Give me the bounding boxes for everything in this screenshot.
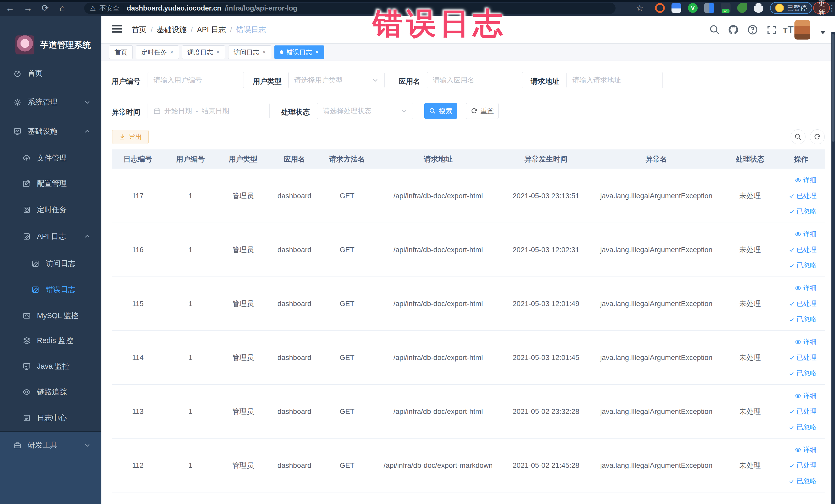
sidebar-item-redis-monitor[interactable]: Redis 监控 [0,329,101,352]
github-icon[interactable] [728,24,739,36]
toolbox-icon [13,441,22,449]
table-row: 1161管理员dashboardGET/api/infra/db-doc/exp… [112,223,825,277]
mark-processed-link[interactable]: 已处理 [789,407,816,416]
tab-error-log[interactable]: 错误日志× [274,45,324,59]
sidebar-item-scheduled-tasks[interactable]: 定时任务 [0,198,101,222]
back-icon[interactable]: ← [6,4,14,12]
close-icon[interactable]: × [170,48,174,56]
sidebar-item-api-log[interactable]: API 日志 [0,225,101,248]
user-type-select[interactable]: 请选择用户类型 [288,72,385,88]
forward-icon[interactable]: → [24,4,32,12]
search-button[interactable]: 搜索 [424,103,457,119]
scrollbar-thumb[interactable] [832,34,834,142]
sidebar-item-access-log[interactable]: 访问日志 [0,252,101,276]
page-scrollbar[interactable] [831,32,835,504]
tab-scheduled-tasks[interactable]: 定时任务× [136,45,179,59]
sidebar-item-log-center[interactable]: 日志中心 [0,406,101,430]
search-icon[interactable] [709,24,720,35]
address-bar[interactable]: ⚠ 不安全 dashboard.yudao.iocoder.cn/infra/l… [84,3,615,14]
detail-link[interactable]: 详细 [795,283,816,293]
app-header: 首页 / 基础设施 / API 日志 / 错误日志 ᴛT [101,16,835,44]
infrastructure-icon [13,127,22,136]
breadcrumb-home[interactable]: 首页 [132,25,147,35]
app-logo[interactable]: 芋道管理系统 [15,36,91,55]
extension-leaf-icon[interactable] [737,3,747,13]
mark-processed-link[interactable]: 已处理 [789,299,816,308]
sidebar-item-mysql-monitor[interactable]: MySQL 监控 [0,304,101,328]
refresh-table-button[interactable] [810,129,825,144]
user-id-input[interactable] [148,72,244,88]
app-name-label: 应用名 [399,77,420,86]
emoji-avatar-icon [775,4,784,12]
browser-toolbar: ← → ⟳ ⌂ ⚠ 不安全 dashboard.yudao.iocoder.cn… [0,0,835,16]
sidebar-item-file-management[interactable]: 文件管理 [0,146,101,170]
extension-v-icon[interactable]: V [688,3,698,13]
detail-link[interactable]: 详细 [795,391,816,400]
bookmark-star-icon[interactable]: ☆ [636,4,644,12]
mark-ignored-link[interactable]: 已忽略 [789,423,816,431]
detail-link[interactable]: 详细 [795,176,816,185]
tab-home[interactable]: 首页 [109,45,133,59]
breadcrumb-infrastructure[interactable]: 基础设施 [157,25,187,35]
sidebar-item-config-management[interactable]: 配置管理 [0,172,101,195]
date-separator: - [196,107,198,115]
tab-access-log[interactable]: 访问日志× [228,45,271,59]
extension-adblock-icon[interactable] [655,3,665,13]
eye-icon [795,177,801,183]
mark-ignored-link[interactable]: 已忽略 [789,207,816,216]
detail-link[interactable]: 详细 [795,445,816,454]
table-row: 1131管理员dashboardGET/api/infra/db-doc/exp… [112,385,825,439]
reload-icon[interactable]: ⟳ [42,4,49,12]
exception-time-range-picker[interactable]: 开始日期 - 结束日期 [148,103,269,119]
request-url-input[interactable] [567,72,663,88]
status-badge: 未处理 [723,353,777,363]
mark-ignored-link[interactable]: 已忽略 [789,369,816,378]
sidebar-item-trace[interactable]: 链路追踪 [0,380,101,404]
mark-processed-link[interactable]: 已处理 [789,245,816,254]
update-button[interactable]: 更新 ⋮ [813,2,830,14]
sidebar-item-devtools[interactable]: 研发工具 [0,434,101,457]
close-icon[interactable]: × [262,48,266,56]
sidebar-item-error-log[interactable]: 错误日志 [0,278,101,301]
redis-icon [23,337,31,345]
browser-menu-icon[interactable]: ⋮ [828,4,835,13]
close-icon[interactable]: × [315,48,319,56]
mark-processed-link[interactable]: 已处理 [789,353,816,362]
tab-schedule-log[interactable]: 调度日志× [182,45,225,59]
help-icon[interactable] [747,24,758,36]
detail-link[interactable]: 详细 [795,229,816,239]
sidebar-item-home[interactable]: 首页 [0,62,101,85]
extension-grid-icon[interactable] [704,3,714,13]
paused-profile-chip[interactable]: 已暂停 [770,2,812,14]
breadcrumb-api-log[interactable]: API 日志 [197,25,226,35]
process-status-select[interactable]: 请选择处理状态 [317,103,413,119]
sidebar-toggle-icon[interactable] [111,25,122,33]
avatar[interactable] [794,20,810,40]
mark-processed-link[interactable]: 已处理 [789,461,816,470]
extension-switch-icon[interactable]: on [721,3,731,13]
close-icon[interactable]: × [216,48,220,56]
sidebar-item-infrastructure[interactable]: 基础设施 [0,120,101,143]
reset-button[interactable]: 重置 [466,103,499,119]
status-badge: 未处理 [723,191,777,201]
table-row: 1121管理员dashboardGET/api/infra/db-doc/exp… [112,439,825,492]
search-visibility-button[interactable] [791,129,806,144]
avatar-caret-icon[interactable] [820,31,826,34]
detail-link[interactable]: 详细 [795,337,816,346]
mark-processed-link[interactable]: 已处理 [789,191,816,200]
mark-ignored-link[interactable]: 已忽略 [789,315,816,324]
mark-ignored-link[interactable]: 已忽略 [789,477,816,485]
home-icon[interactable]: ⌂ [60,4,65,12]
export-button[interactable]: 导出 [112,130,149,144]
sidebar-item-java-monitor[interactable]: Java 监控 [0,355,101,378]
app-name-input[interactable] [427,72,523,88]
font-size-icon[interactable]: ᴛT [783,24,794,35]
fullscreen-icon[interactable] [766,24,777,35]
chevron-down-icon [372,77,379,83]
table-header-row: 日志编号用户编号用户类型应用名请求方法名请求地址异常发生时间异常名处理状态操作 [112,149,825,169]
extensions-puzzle-icon[interactable] [754,3,763,13]
sidebar-item-system[interactable]: 系统管理 [0,90,101,114]
refresh-icon [814,133,821,140]
mark-ignored-link[interactable]: 已忽略 [789,261,816,270]
extension-shield-icon[interactable] [672,3,681,13]
